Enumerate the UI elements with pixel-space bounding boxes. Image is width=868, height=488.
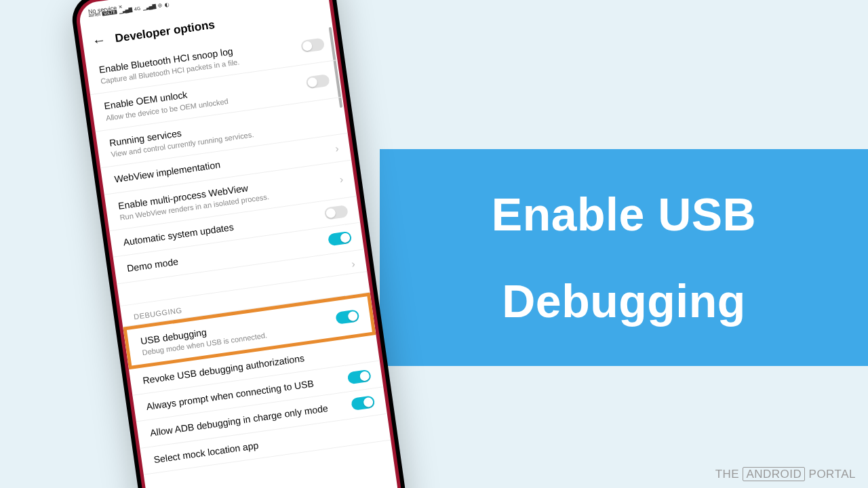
phone-frame: No service ✕ airtel VoLTE ▁▃▅▇ 4G ▁▃▅▇ ⊚… bbox=[69, 0, 408, 488]
signal-4g: 4G bbox=[134, 6, 141, 12]
back-arrow-icon[interactable]: ← bbox=[92, 32, 107, 49]
phone-mockup: No service ✕ airtel VoLTE ▁▃▅▇ 4G ▁▃▅▇ ⊚… bbox=[69, 0, 408, 488]
toggle-bt-snoop[interactable] bbox=[300, 37, 325, 53]
volte-badge: VoLTE bbox=[102, 9, 117, 16]
chevron-right-icon: › bbox=[351, 258, 356, 270]
watermark-post: PORTAL bbox=[809, 468, 856, 481]
toggle-always-prompt[interactable] bbox=[347, 369, 372, 385]
toggle-adb-charge[interactable] bbox=[351, 396, 375, 411]
phone-bezel: No service ✕ airtel VoLTE ▁▃▅▇ 4G ▁▃▅▇ ⊚… bbox=[74, 0, 404, 488]
watermark-pre: THE bbox=[715, 468, 740, 481]
banner-line-2: Debugging bbox=[502, 274, 746, 327]
toggle-demo-mode[interactable] bbox=[328, 231, 352, 247]
watermark: THE ANDROID PORTAL bbox=[715, 468, 856, 481]
data-icon: ◐ bbox=[164, 1, 170, 8]
watermark-boxed: ANDROID bbox=[743, 467, 805, 481]
chevron-right-icon: › bbox=[339, 174, 344, 186]
chevron-right-icon: › bbox=[334, 142, 340, 155]
title-banner: Enable USB Debugging bbox=[380, 149, 868, 366]
toggle-usb-debugging[interactable] bbox=[335, 310, 359, 325]
banner-line-1: Enable USB bbox=[492, 188, 756, 241]
toggle-oem-unlock[interactable] bbox=[306, 74, 330, 89]
settings-list: Enable Bluetooth HCI snoop log Capture a… bbox=[85, 24, 391, 474]
phone-screen: No service ✕ airtel VoLTE ▁▃▅▇ 4G ▁▃▅▇ ⊚… bbox=[77, 0, 399, 488]
page-title: Developer options bbox=[114, 18, 216, 45]
hotspot-icon: ⊚ bbox=[157, 2, 163, 9]
toggle-auto-update[interactable] bbox=[324, 205, 349, 220]
